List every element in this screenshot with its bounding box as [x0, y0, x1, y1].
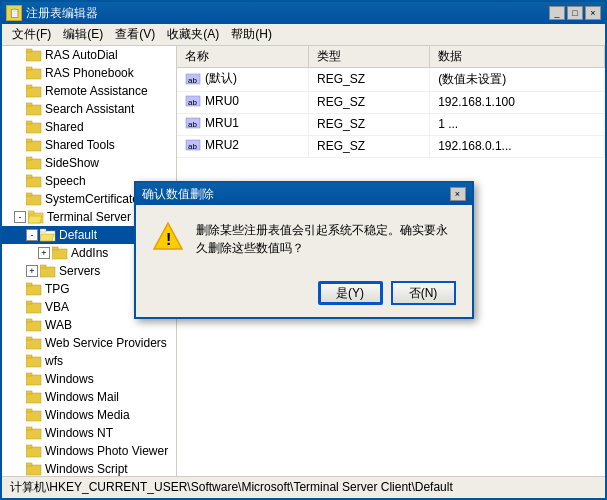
dialog-title-bar: 确认数值删除 × [136, 183, 472, 205]
dialog-close-button[interactable]: × [450, 187, 466, 201]
confirm-dialog: 确认数值删除 × ! 删除某些注册表值会引起系统不稳定。确实要永久删除这些数值吗… [134, 181, 474, 319]
svg-text:!: ! [166, 231, 171, 248]
dialog-overlay: 确认数值删除 × ! 删除某些注册表值会引起系统不稳定。确实要永久删除这些数值吗… [0, 0, 607, 500]
warning-icon: ! [152, 221, 184, 253]
dialog-buttons: 是(Y) 否(N) [136, 273, 472, 317]
dialog-content: ! 删除某些注册表值会引起系统不稳定。确实要永久删除这些数值吗？ [136, 205, 472, 273]
dialog-no-button[interactable]: 否(N) [391, 281, 456, 305]
dialog-message: 删除某些注册表值会引起系统不稳定。确实要永久删除这些数值吗？ [196, 221, 456, 257]
dialog-yes-button[interactable]: 是(Y) [318, 281, 383, 305]
dialog-title: 确认数值删除 [142, 186, 214, 203]
